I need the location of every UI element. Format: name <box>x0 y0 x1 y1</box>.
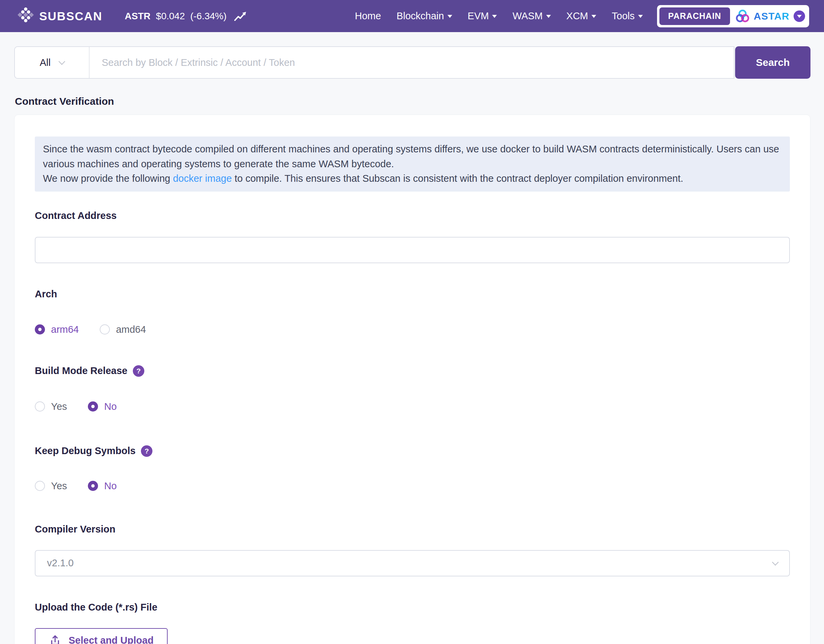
help-icon[interactable]: ? <box>133 365 145 377</box>
astar-logo-icon <box>735 9 750 23</box>
brand-name: SUBSCAN <box>39 9 102 23</box>
radio-unchecked-icon <box>35 401 45 412</box>
nav-item-wasm-label: WASM <box>512 11 543 22</box>
network-selector[interactable]: ASTAR <box>735 9 805 23</box>
radio-checked-icon <box>88 481 98 491</box>
notice-paragraph-2-suffix: to compile. This ensures that Subscan is… <box>232 173 683 184</box>
nav-item-tools-label: Tools <box>612 11 635 22</box>
caret-down-icon <box>592 15 596 20</box>
keep-debug-symbols-option-no[interactable]: No <box>88 481 117 492</box>
token-price: $0.042 <box>156 11 185 22</box>
caret-down-icon <box>546 15 551 20</box>
global-search: All Search <box>14 46 810 79</box>
arch-radio-group: arm64 amd64 <box>35 324 790 335</box>
radio-checked-icon <box>35 324 45 335</box>
build-mode-release-label: Build Mode Release <box>35 365 128 377</box>
radio-unchecked-icon <box>35 481 45 491</box>
nav-item-xcm-label: XCM <box>566 11 588 22</box>
chevron-down-icon <box>58 58 65 65</box>
build-mode-release-option-no[interactable]: No <box>88 401 117 412</box>
search-filter-value: All <box>40 57 50 68</box>
nav-item-evm[interactable]: EVM <box>468 11 497 22</box>
contract-verification-card: Since the wasm contract bytecode compile… <box>14 115 810 644</box>
build-mode-release-label-row: Build Mode Release ? <box>35 365 790 377</box>
compiler-version-select[interactable]: v2.1.0 <box>35 550 790 576</box>
radio-checked-icon <box>88 401 98 412</box>
search-input[interactable] <box>89 47 734 78</box>
nav-item-blockchain[interactable]: Blockchain <box>397 11 452 22</box>
contract-address-label: Contract Address <box>35 210 790 221</box>
contract-address-input[interactable] <box>35 237 790 263</box>
nav-item-wasm[interactable]: WASM <box>512 11 550 22</box>
radio-unchecked-icon <box>100 324 110 335</box>
upload-icon <box>49 635 61 644</box>
arch-label: Arch <box>35 289 790 300</box>
docker-notice: Since the wasm contract bytecode compile… <box>35 137 790 192</box>
subscan-brand[interactable]: SUBSCAN <box>18 7 102 25</box>
network-switcher: PARACHAIN ASTAR <box>657 5 809 28</box>
select-and-upload-label: Select and Upload <box>69 635 154 644</box>
nav-item-home[interactable]: Home <box>355 11 381 22</box>
compiler-version-label: Compiler Version <box>35 524 790 535</box>
parachain-button[interactable]: PARACHAIN <box>660 8 730 25</box>
notice-paragraph-1: Since the wasm contract bytecode compile… <box>43 144 779 169</box>
nav-item-home-label: Home <box>355 11 381 22</box>
chevron-down-icon <box>772 559 779 566</box>
build-mode-release-yes-label: Yes <box>51 401 67 412</box>
trend-chart-icon <box>234 11 248 22</box>
nav-item-tools[interactable]: Tools <box>612 11 643 22</box>
token-ticker: ASTR $0.042 (-6.34%) <box>125 11 248 22</box>
page-title: Contract Verification <box>15 95 824 107</box>
search-box: All <box>14 46 735 79</box>
search-button[interactable]: Search <box>735 46 810 79</box>
keep-debug-symbols-label: Keep Debug Symbols <box>35 445 135 456</box>
notice-paragraph-2-prefix: We now provide the following <box>43 173 173 184</box>
network-chevron-down-icon[interactable] <box>793 11 805 22</box>
keep-debug-symbols-yes-label: Yes <box>51 481 67 492</box>
top-navbar: SUBSCAN ASTR $0.042 (-6.34%) Home Blockc… <box>0 0 824 32</box>
build-mode-release-radio-group: Yes No <box>35 401 790 412</box>
arch-option-arm64-label: arm64 <box>51 324 79 335</box>
help-icon[interactable]: ? <box>141 445 152 457</box>
select-and-upload-button[interactable]: Select and Upload <box>35 628 168 644</box>
caret-down-icon <box>447 15 452 20</box>
network-name: ASTAR <box>754 11 790 22</box>
build-mode-release-option-yes[interactable]: Yes <box>35 401 67 412</box>
compiler-version-value: v2.1.0 <box>47 558 773 569</box>
caret-down-icon <box>492 15 497 20</box>
upload-code-label: Upload the Code (*.rs) File <box>35 602 790 613</box>
nav-item-evm-label: EVM <box>468 11 489 22</box>
build-mode-release-no-label: No <box>104 401 117 412</box>
keep-debug-symbols-label-row: Keep Debug Symbols ? <box>35 445 790 457</box>
nav-item-xcm[interactable]: XCM <box>566 11 596 22</box>
keep-debug-symbols-option-yes[interactable]: Yes <box>35 481 67 492</box>
keep-debug-symbols-no-label: No <box>104 481 117 492</box>
nav-links: Home Blockchain EVM WASM XCM Tools <box>355 11 643 22</box>
arch-option-amd64-label: amd64 <box>116 324 146 335</box>
search-filter-dropdown[interactable]: All <box>15 47 89 78</box>
token-symbol: ASTR <box>125 11 151 22</box>
arch-option-amd64[interactable]: amd64 <box>100 324 146 335</box>
docker-image-link[interactable]: docker image <box>173 173 232 184</box>
subscan-logo-icon <box>18 7 34 25</box>
arch-option-arm64[interactable]: arm64 <box>35 324 79 335</box>
token-change: (-6.34%) <box>190 11 226 22</box>
keep-debug-symbols-radio-group: Yes No <box>35 481 790 492</box>
nav-item-blockchain-label: Blockchain <box>397 11 444 22</box>
caret-down-icon <box>638 15 643 20</box>
